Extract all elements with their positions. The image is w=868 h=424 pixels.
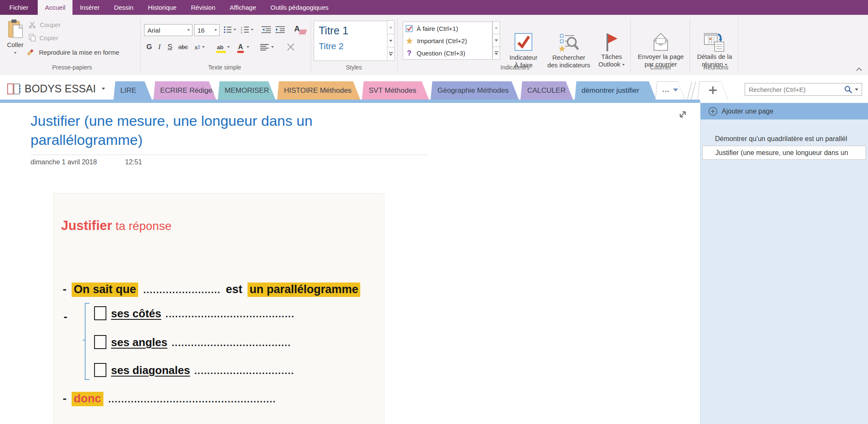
options-bracket	[85, 303, 89, 380]
clear-formatting-button[interactable]: A	[294, 24, 306, 35]
highlight-parallelogramme: un parallélogramme	[248, 283, 361, 297]
alignment-icon	[260, 44, 269, 50]
font-name-combo[interactable]: Arial	[144, 24, 192, 36]
group-label-tags: Indicateurs	[460, 64, 570, 72]
checkbox-ses-diagonales	[94, 363, 106, 377]
menu-historique[interactable]: Historique	[141, 0, 184, 15]
section-tab-geographie[interactable]: Géographie Méthodes	[431, 81, 519, 100]
find-tags-icon	[558, 33, 580, 52]
tags-more-button[interactable]	[492, 47, 500, 60]
onenote-window: Fichier Accueil Insérer Dessin Historiqu…	[0, 0, 868, 424]
search-scope-caret[interactable]	[855, 89, 858, 91]
increase-indent-button[interactable]	[275, 26, 286, 33]
collapse-ribbon-button[interactable]	[854, 65, 865, 73]
format-painter-button[interactable]: Reproduire la mise en forme	[26, 48, 119, 56]
plus-icon	[708, 86, 718, 95]
title-divider	[31, 155, 429, 155]
page-canvas[interactable]: Justifier (une mesure, une longueur dans…	[0, 103, 700, 424]
bullet-list-button[interactable]	[223, 26, 236, 33]
scissors-icon	[29, 22, 36, 28]
group-label-email: Courrier	[633, 64, 688, 72]
tags-scroll-up[interactable]	[492, 21, 500, 34]
question-mark-icon: ?	[406, 49, 413, 58]
page-item-demontrer[interactable]: Démontrer qu'un quadrilatère est un para…	[715, 135, 863, 143]
eraser-icon	[299, 30, 307, 34]
ribbon-tab-bar: Fichier Accueil Insérer Dessin Historiqu…	[0, 0, 868, 15]
section-tab-ecrire[interactable]: ECRIRE Rédiger	[153, 81, 216, 100]
delete-button[interactable]	[283, 41, 298, 53]
copy-button[interactable]: Copier	[29, 34, 58, 42]
section-overflow-label[interactable]: ...	[659, 84, 682, 95]
bullet-list-icon	[223, 26, 232, 33]
section-tab-demontrer-justifier[interactable]: démontrer justifier	[575, 81, 656, 100]
menu-inserer[interactable]: Insérer	[72, 0, 107, 15]
page-title[interactable]: Justifier (une mesure, une longueur dans…	[31, 111, 327, 150]
font-color-bar	[237, 51, 244, 53]
section-tab-histoire[interactable]: HISTOIRE Méthodes	[277, 81, 360, 100]
menu-revision[interactable]: Révision	[184, 0, 223, 15]
group-label-basic-text: Texte simple	[170, 64, 280, 72]
chevron-up-icon	[856, 67, 862, 71]
menu-accueil[interactable]: Accueil	[38, 0, 72, 15]
paragraph-alignment-button[interactable]	[257, 41, 277, 53]
tag-a-faire[interactable]: À faire (Ctrl+1)	[403, 22, 492, 35]
page-item-justifier-selected[interactable]: Justifier (une mesure, une longueur dans…	[702, 146, 866, 160]
active-section-color-strip	[0, 100, 700, 103]
new-section-plus[interactable]	[704, 84, 721, 95]
page-list-sidebar: Ajouter une page Démontrer qu'un quadril…	[700, 103, 868, 424]
menu-fichier[interactable]: Fichier	[0, 0, 38, 15]
tag-question[interactable]: ? Question (Ctrl+3)	[403, 47, 492, 59]
style-titre2[interactable]: Titre 2	[314, 37, 387, 51]
styles-scroll-up[interactable]	[387, 20, 395, 34]
checkbox-ses-cotes	[94, 306, 106, 320]
underline-button[interactable]: S	[165, 41, 175, 53]
superscript-button[interactable]: x 2	[192, 41, 208, 53]
outlook-tasks-button[interactable]: Tâches Outlook	[595, 33, 628, 73]
ribbon: Coller Couper Copier Reproduire la mise	[0, 15, 868, 75]
tag-important[interactable]: Important (Ctrl+2)	[403, 35, 492, 47]
highlight-button[interactable]: ab	[214, 41, 233, 53]
paste-dropdown-caret	[14, 52, 17, 54]
page-date[interactable]: dimanche 1 avril 2018	[31, 158, 97, 166]
search-box[interactable]	[745, 83, 862, 96]
increase-indent-icon	[275, 26, 286, 33]
search-input[interactable]	[745, 86, 844, 94]
menu-dessin[interactable]: Dessin	[107, 0, 141, 15]
add-page-button[interactable]: Ajouter une page	[701, 103, 868, 119]
worksheet-image[interactable]: Justifier ta réponse - On sait que .....…	[53, 193, 384, 424]
search-icon[interactable]	[844, 85, 852, 94]
section-tab-bar: BODYS ESSAI LIRE ECRIRE Rédiger MEMORISE…	[0, 75, 868, 100]
group-label-meetings: Réunions	[693, 64, 739, 72]
notebook-title-dropdown[interactable]: BODYS ESSAI	[25, 83, 105, 95]
paste-button[interactable]: Coller	[4, 18, 26, 62]
menu-affichage[interactable]: Affichage	[223, 0, 263, 15]
section-tab-lire[interactable]: LIRE	[114, 81, 152, 100]
section-tab-memoriser[interactable]: MEMORISER	[218, 81, 275, 100]
svg-text:3: 3	[241, 31, 242, 34]
section-tab-svt[interactable]: SVT Méthodes	[362, 81, 429, 100]
styles-gallery-scrollbar	[387, 21, 395, 61]
tags-scroll-down[interactable]	[492, 34, 500, 47]
notebook-icon	[7, 83, 21, 95]
worksheet-premise-line: - On sait que ........................ e…	[63, 283, 360, 297]
expand-page-button[interactable]	[677, 109, 688, 120]
worksheet-conclusion-line: - donc .................................…	[63, 392, 276, 406]
italic-button[interactable]: I	[155, 41, 164, 53]
menu-outils-pedagogiques[interactable]: Outils pédagogiques	[263, 0, 336, 15]
numbered-list-button[interactable]: 123	[241, 26, 253, 33]
styles-scroll-down[interactable]	[387, 34, 395, 48]
decrease-indent-button[interactable]	[262, 26, 272, 33]
style-titre1[interactable]: Titre 1	[314, 21, 387, 37]
font-size-combo[interactable]: 16	[194, 24, 220, 36]
cut-button[interactable]: Couper	[29, 21, 61, 28]
page-time[interactable]: 12:51	[125, 158, 142, 166]
checkbox-ses-angles	[94, 335, 106, 349]
font-color-button[interactable]: A	[234, 41, 253, 53]
styles-more-button[interactable]	[387, 47, 395, 61]
strikethrough-button[interactable]: abc	[176, 41, 190, 53]
option-ses-angles: ses angles .............................…	[111, 336, 291, 349]
copy-icon	[29, 34, 36, 42]
styles-gallery: Titre 1 Titre 2	[314, 21, 387, 61]
section-tab-calculer[interactable]: CALCULER	[520, 81, 573, 100]
bold-button[interactable]: G	[144, 41, 154, 53]
